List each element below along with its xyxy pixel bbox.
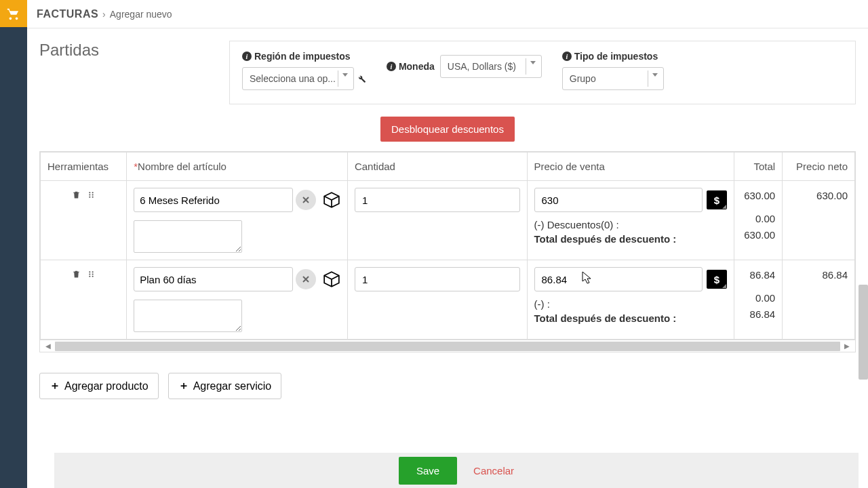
svg-point-2 [89, 194, 90, 195]
breadcrumb-root[interactable]: FACTURAS [37, 8, 98, 20]
item-notes-textarea[interactable] [134, 300, 242, 332]
package-icon[interactable] [323, 270, 340, 288]
quantity-input[interactable] [355, 188, 520, 212]
tax-region-select[interactable]: Selecciona una op... [242, 67, 354, 90]
save-button[interactable]: Save [399, 457, 457, 485]
svg-point-6 [89, 271, 90, 272]
svg-point-1 [92, 192, 93, 193]
breadcrumb: FACTURAS › Agregar nuevo [27, 0, 868, 28]
row-discount-amount: 0.00 [741, 211, 775, 227]
col-header-price: Precio de venta [527, 152, 734, 181]
price-lookup-button[interactable]: $ [707, 190, 727, 209]
section-title: Partidas [39, 41, 216, 104]
row-after-amount: 630.00 [741, 227, 775, 243]
item-name-input[interactable] [134, 188, 293, 212]
footer-bar: Save Cancelar [54, 453, 859, 488]
app-logo[interactable] [0, 0, 27, 27]
scroll-thumb[interactable] [55, 342, 840, 351]
col-header-total: Total [734, 152, 782, 181]
svg-point-0 [89, 192, 90, 193]
delete-row-icon[interactable] [71, 269, 81, 279]
col-header-qty: Cantidad [347, 152, 527, 181]
nav-rail [0, 0, 27, 488]
svg-point-10 [89, 276, 90, 277]
currency-select[interactable]: USA, Dollars ($) [440, 55, 542, 78]
discount-label: (-) Descuentos(0) : [534, 218, 727, 232]
cancel-link[interactable]: Cancelar [473, 465, 514, 476]
currency-label: i Moneda [387, 61, 435, 72]
col-header-tools: Herramientas [41, 152, 127, 181]
tax-type-label: i Tipo de impuestos [562, 51, 664, 62]
delete-row-icon[interactable] [71, 190, 81, 199]
row-total: 86.84 [741, 267, 775, 283]
col-header-name: *Nombre del artículo [127, 152, 348, 181]
row-after-amount: 86.84 [741, 306, 775, 323]
info-icon: i [562, 52, 572, 61]
drag-handle-icon[interactable] [86, 269, 96, 279]
add-service-button[interactable]: ＋Agregar servicio [168, 373, 282, 399]
svg-point-7 [92, 271, 93, 272]
after-discount-label: Total después de descuento : [534, 311, 727, 325]
horizontal-scrollbar[interactable]: ◀ ▶ [39, 340, 856, 352]
wrench-icon[interactable] [357, 74, 366, 83]
chevron-down-icon [342, 73, 348, 77]
col-header-net: Precio neto [783, 152, 855, 181]
svg-point-4 [89, 197, 90, 198]
clear-item-button[interactable] [296, 190, 316, 210]
after-discount-label: Total después de descuento : [534, 232, 727, 246]
svg-point-11 [92, 276, 93, 277]
tax-region-label: i Región de impuestos [242, 51, 366, 62]
svg-point-3 [92, 194, 93, 195]
price-input[interactable] [534, 188, 703, 212]
item-name-input[interactable] [134, 267, 293, 291]
package-icon[interactable] [323, 191, 340, 209]
info-icon: i [242, 52, 252, 61]
breadcrumb-current: Agregar nuevo [110, 9, 172, 20]
price-lookup-button[interactable]: $ [707, 270, 727, 289]
item-notes-textarea[interactable] [134, 220, 242, 253]
table-row: $ (-) Descuentos(0) : Total después de d… [41, 181, 855, 260]
plus-icon: ＋ [178, 379, 189, 393]
discount-label: (-) : [534, 297, 727, 311]
svg-point-8 [89, 273, 90, 274]
quantity-input[interactable] [355, 267, 520, 291]
add-product-button[interactable]: ＋Agregar producto [39, 373, 159, 399]
row-net-price: 630.00 [789, 188, 848, 204]
scroll-right-icon[interactable]: ▶ [844, 342, 850, 350]
price-input[interactable] [534, 267, 703, 291]
info-icon: i [387, 62, 396, 71]
row-net-price: 86.84 [789, 267, 848, 283]
row-total: 630.00 [741, 188, 775, 204]
vertical-scrollbar[interactable] [859, 285, 868, 380]
chevron-down-icon [652, 73, 658, 77]
svg-point-5 [92, 197, 93, 198]
drag-handle-icon[interactable] [86, 190, 96, 199]
plus-icon: ＋ [50, 379, 60, 393]
clear-item-button[interactable] [296, 269, 316, 289]
scroll-left-icon[interactable]: ◀ [45, 342, 51, 350]
filter-panel: i Región de impuestos Selecciona una op.… [229, 41, 856, 104]
chevron-right-icon: › [102, 9, 106, 20]
line-items-table: Herramientas *Nombre del artículo Cantid… [39, 151, 856, 340]
row-discount-amount: 0.00 [741, 290, 775, 306]
unlock-discounts-button[interactable]: Desbloquear descuentos [380, 117, 515, 142]
svg-point-9 [92, 273, 93, 274]
tax-type-select[interactable]: Grupo [562, 67, 664, 90]
chevron-down-icon [530, 61, 536, 64]
table-row: $ (-) : Total después de descuento : 86.… [41, 260, 855, 340]
